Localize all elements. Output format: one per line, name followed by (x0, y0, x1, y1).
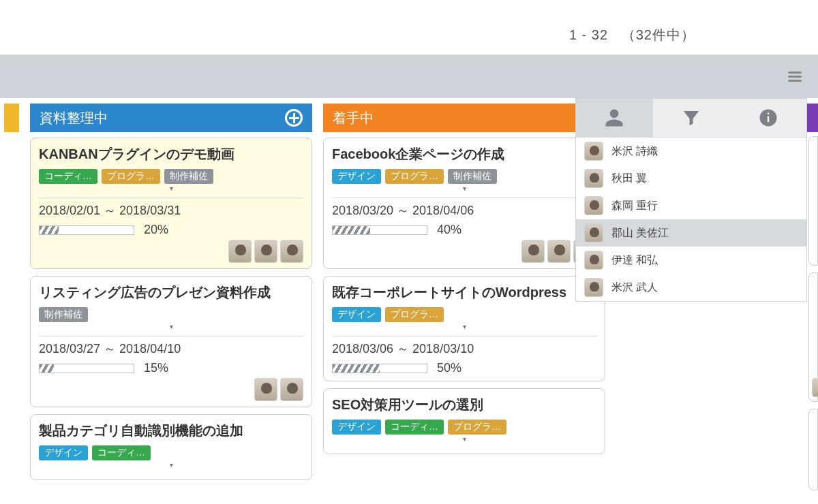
add-card-icon[interactable] (285, 109, 303, 127)
card-tags: デザイン コーディ… (39, 445, 303, 460)
progress-percent: 40% (437, 223, 461, 237)
user-list-item[interactable]: 秋田 翼 (576, 165, 806, 192)
card-list: Facebook企業ページの作成 デザイン プログラ… 制作補佐 ▾ 2018/… (323, 132, 605, 454)
kanban-card-peek[interactable] (808, 409, 818, 490)
expand-chevron-icon[interactable]: ▾ (39, 463, 303, 470)
card-date-range: 2018/02/01 ～ 2018/03/31 (39, 202, 303, 219)
tag: デザイン (39, 445, 88, 460)
tag: デザイン (332, 169, 381, 184)
user-name: 郡山 美佐江 (611, 226, 669, 240)
card-progress: 20% (39, 223, 303, 237)
divider (39, 198, 303, 198)
tag: 制作補佐 (448, 169, 497, 184)
expand-chevron-icon[interactable]: ▾ (332, 187, 596, 193)
card-date-range: 2018/03/27 ～ 2018/04/10 (39, 341, 303, 357)
divider (332, 198, 596, 198)
avatar[interactable] (521, 240, 545, 263)
kanban-card[interactable]: SEO対策用ツールの選別 デザイン コーディ… プログラ… ▾ (323, 388, 605, 454)
progress-bar (39, 364, 134, 373)
column-header[interactable]: 着手中 (323, 104, 605, 132)
avatar[interactable] (254, 378, 277, 401)
avatar (812, 378, 818, 397)
card-progress: 40% (332, 223, 596, 237)
tag: プログラ… (102, 169, 160, 184)
card-title: リスティング広告のプレゼン資料作成 (39, 283, 303, 302)
card-date-range: 2018/03/06 ～ 2018/03/10 (332, 341, 596, 357)
tag: 制作補佐 (164, 169, 213, 184)
card-assignees (39, 240, 303, 263)
kanban-card[interactable]: 製品カテゴリ自動識別機能の追加 デザイン コーディ… ▾ (30, 414, 312, 480)
card-title: KANBANプラグインのデモ動画 (39, 145, 303, 163)
avatar[interactable] (280, 378, 303, 401)
info-icon (758, 108, 778, 128)
avatar[interactable] (547, 240, 571, 263)
kanban-card-peek[interactable] (808, 136, 818, 266)
user-list-item[interactable]: 伊達 和弘 (576, 247, 806, 274)
expand-chevron-icon[interactable]: ▾ (39, 325, 303, 332)
user-list-item[interactable]: 米沢 詩織 (576, 138, 806, 165)
card-title: SEO対策用ツールの選別 (332, 396, 596, 414)
kanban-card[interactable]: 既存コーポレートサイトのWordpress デザイン プログラ… ▾ 2018/… (323, 276, 605, 381)
tab-info[interactable] (729, 99, 806, 137)
side-panel-tabs (576, 99, 806, 137)
person-icon (604, 108, 624, 128)
card-title: 製品カテゴリ自動識別機能の追加 (39, 422, 303, 440)
kanban-card-peek[interactable] (808, 272, 818, 402)
column-in-progress: 着手中 Facebook企業ページの作成 デザイン プログラ… 制作補佐 ▾ 2… (323, 104, 605, 504)
card-tags: デザイン コーディ… プログラ… (332, 420, 596, 435)
progress-bar (332, 225, 427, 235)
card-title: Facebook企業ページの作成 (332, 145, 596, 163)
avatar (584, 251, 603, 270)
tab-filter[interactable] (653, 99, 730, 137)
column-title: 着手中 (333, 109, 374, 127)
tab-users[interactable] (576, 99, 653, 137)
tag: プログラ… (448, 420, 506, 435)
pager: 1 - 32 （32件中） (569, 26, 695, 44)
progress-percent: 15% (144, 361, 168, 375)
card-tags: コーディ… プログラ… 制作補佐 (39, 169, 303, 184)
progress-percent: 20% (144, 223, 168, 237)
card-tags: デザイン プログラ… 制作補佐 (332, 169, 596, 184)
card-date-range: 2018/03/20 ～ 2018/04/06 (332, 202, 596, 219)
user-list: 米沢 詩織 秋田 翼 森岡 重行 郡山 美佐江 伊達 和弘 米沢 武人 (576, 137, 806, 301)
tag: デザイン (332, 307, 381, 322)
kanban-card[interactable]: KANBANプラグインのデモ動画 コーディ… プログラ… 制作補佐 ▾ 2018… (30, 138, 312, 269)
expand-chevron-icon[interactable]: ▾ (332, 437, 596, 444)
user-list-item[interactable]: 郡山 美佐江 (576, 219, 806, 247)
svg-rect-1 (767, 116, 769, 123)
column-collapsed-left[interactable] (4, 104, 19, 132)
avatar (584, 169, 603, 188)
column-header[interactable]: 資料整理中 (30, 104, 312, 132)
card-tags: 制作補佐 (39, 307, 303, 322)
tag: プログラ… (385, 169, 444, 184)
funnel-icon (681, 108, 701, 128)
progress-bar (332, 364, 427, 373)
user-list-item[interactable]: 米沢 武人 (576, 274, 806, 301)
tag: 制作補佐 (39, 307, 88, 322)
tag: コーディ… (385, 420, 444, 435)
pager-range: 1 - 32 (569, 27, 608, 42)
user-name: 伊達 和弘 (611, 253, 658, 268)
hamburger-icon[interactable] (788, 69, 802, 82)
avatar[interactable] (254, 240, 277, 263)
column-title: 資料整理中 (40, 109, 108, 127)
user-name: 米沢 武人 (611, 281, 658, 295)
card-list: KANBANプラグインのデモ動画 コーディ… プログラ… 制作補佐 ▾ 2018… (30, 132, 312, 480)
avatar (584, 278, 603, 297)
avatar[interactable] (280, 240, 303, 263)
card-assignees (332, 240, 596, 263)
kanban-card[interactable]: リスティング広告のプレゼン資料作成 制作補佐 ▾ 2018/03/27 ～ 20… (30, 276, 312, 407)
user-list-item[interactable]: 森岡 重行 (576, 192, 806, 219)
expand-chevron-icon[interactable]: ▾ (39, 187, 303, 193)
avatar[interactable] (228, 240, 252, 263)
user-name: 森岡 重行 (611, 199, 658, 213)
pager-total: （32件中） (622, 27, 695, 42)
column-organizing: 資料整理中 KANBANプラグインのデモ動画 コーディ… プログラ… 制作補佐 … (30, 104, 312, 504)
card-assignees (39, 378, 303, 401)
kanban-card[interactable]: Facebook企業ページの作成 デザイン プログラ… 制作補佐 ▾ 2018/… (323, 138, 605, 269)
avatar (584, 196, 603, 215)
expand-chevron-icon[interactable]: ▾ (332, 325, 596, 332)
card-title: 既存コーポレートサイトのWordpress (332, 283, 596, 302)
side-panel: 米沢 詩織 秋田 翼 森岡 重行 郡山 美佐江 伊達 和弘 米沢 武人 (575, 98, 807, 302)
user-name: 米沢 詩織 (611, 144, 658, 159)
